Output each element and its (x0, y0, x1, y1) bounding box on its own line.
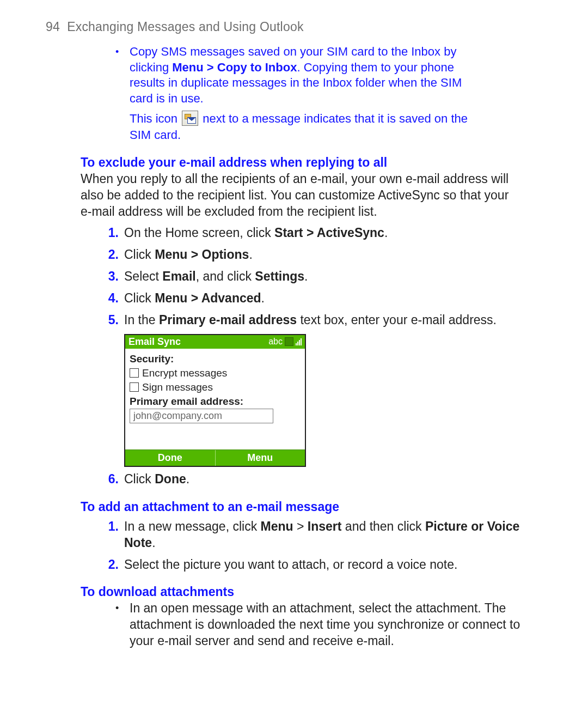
s2-step-1: 1. In a new message, click Menu > Insert… (102, 519, 520, 551)
bullet-dot-icon: • (115, 44, 130, 60)
step-num: 2. (102, 557, 124, 573)
step-body: In a new message, click Menu > Insert an… (124, 519, 520, 551)
s2-step-2: 2. Select the picture you want to attach… (102, 557, 520, 573)
icon-note-line: This icon next to a message indicates th… (115, 111, 477, 143)
intro-bullet-block: • Copy SMS messages saved on your SIM ca… (115, 44, 477, 143)
section3-bullets: • In an open message with an attachment,… (115, 600, 520, 649)
primary-email-input[interactable]: john@company.com (130, 409, 273, 423)
section1-steps-cont: 6. Click Done. (102, 471, 520, 488)
icon-note-before: This icon (130, 112, 181, 125)
step-5: 5. In the Primary e-mail address text bo… (102, 312, 520, 329)
step-num: 2. (102, 247, 124, 263)
step-body: On the Home screen, click Start > Active… (124, 225, 520, 241)
step-body: Click Done. (124, 471, 520, 488)
step-num: 1. (102, 519, 124, 535)
step-num: 4. (102, 290, 124, 307)
phone-title: Email Sync (128, 336, 181, 348)
step-body: Click Menu > Options. (124, 247, 520, 263)
step-3: 3. Select Email, and click Settings. (102, 269, 520, 285)
section1-steps: 1. On the Home screen, click Start > Act… (102, 225, 520, 328)
sign-row: Sign messages (130, 381, 301, 393)
running-head: 94 Exchanging Messages and Using Outlook (46, 20, 542, 34)
section-heading-attach: To add an attachment to an e-mail messag… (81, 500, 542, 514)
phone-status-icons: abc (268, 337, 302, 347)
sign-label: Sign messages (142, 381, 213, 393)
intro-bullet-row: • Copy SMS messages saved on your SIM ca… (115, 44, 477, 106)
phone-body: Security: Encrypt messages Sign messages… (125, 349, 305, 449)
step-num: 3. (102, 269, 124, 285)
phone-blank-area (130, 430, 301, 446)
step-body: Select the picture you want to attach, o… (124, 557, 520, 573)
phone-softkeys: Done Menu (125, 449, 305, 466)
step-body: Select Email, and click Settings. (124, 269, 520, 285)
document-page: 94 Exchanging Messages and Using Outlook… (0, 0, 588, 723)
section-heading-exclude: To exclude your e-mail address when repl… (81, 155, 542, 170)
intro-bullet-bold: Menu > Copy to Inbox (172, 60, 297, 74)
sim-card-icon (182, 111, 198, 126)
section2-steps: 1. In a new message, click Menu > Insert… (102, 519, 520, 573)
section-heading-download: To download attachments (81, 585, 542, 599)
encrypt-label: Encrypt messages (142, 367, 227, 379)
primary-email-label: Primary email address: (130, 396, 301, 408)
step-2: 2. Click Menu > Options. (102, 247, 520, 263)
encrypt-checkbox[interactable] (130, 368, 139, 378)
network-icon (285, 337, 293, 346)
step-4: 4. Click Menu > Advanced. (102, 290, 520, 307)
softkey-menu[interactable]: Menu (216, 450, 305, 466)
intro-bullet-text: Copy SMS messages saved on your SIM card… (130, 44, 477, 106)
step-1: 1. On the Home screen, click Start > Act… (102, 225, 520, 241)
phone-titlebar: Email Sync abc (125, 335, 305, 349)
step-6: 6. Click Done. (102, 471, 520, 488)
step-num: 1. (102, 225, 124, 241)
s3-bullet-text: In an open message with an attachment, s… (130, 600, 520, 649)
encrypt-row: Encrypt messages (130, 367, 301, 379)
s3-bullet-row: • In an open message with an attachment,… (115, 600, 520, 649)
bullet-dot-icon: • (115, 600, 130, 616)
chapter-title: Exchanging Messages and Using Outlook (67, 20, 303, 34)
page-number: 94 (46, 20, 60, 34)
security-label: Security: (130, 353, 301, 365)
step-body: In the Primary e-mail address text box, … (124, 312, 520, 329)
section1-para: When you reply to all the recipients of … (81, 171, 520, 220)
step-num: 6. (102, 471, 124, 488)
signal-icon (296, 338, 302, 345)
phone-screenshot: Email Sync abc Security: Encrypt message… (124, 334, 306, 467)
phone-input-mode: abc (268, 337, 283, 347)
sign-checkbox[interactable] (130, 382, 139, 392)
step-num: 5. (102, 312, 124, 329)
step-body: Click Menu > Advanced. (124, 290, 520, 307)
softkey-done[interactable]: Done (125, 450, 216, 466)
